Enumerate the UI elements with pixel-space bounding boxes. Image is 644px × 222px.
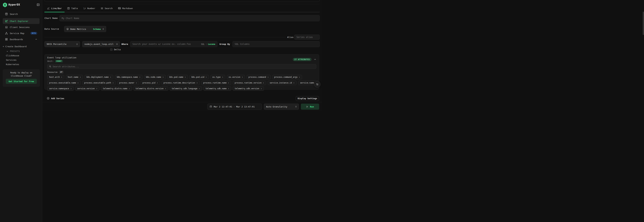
unit-label: Unit:	[47, 60, 54, 62]
chevron-right-icon	[299, 76, 300, 78]
tab-line-bar[interactable]: Line/Bar	[44, 5, 64, 12]
alias-input[interactable]	[296, 36, 318, 38]
metric-chip[interactable]: nodejs.event_loop.util	[82, 41, 120, 47]
chevron-right-icon	[242, 76, 243, 78]
run-button[interactable]: Run	[301, 104, 319, 110]
schema-link[interactable]: Schema	[93, 28, 101, 30]
data-source-value: Demo Metrics	[70, 28, 86, 30]
attribute-chip-label: service.namespace	[49, 87, 69, 90]
attribute-chip[interactable]: process.runtime.description	[162, 81, 200, 85]
attribute-chip-label: k8s.pod.name	[169, 76, 183, 78]
attribute-chip[interactable]: process.runtime.version	[233, 81, 266, 85]
attribute-chip[interactable]: host.arch	[47, 75, 64, 79]
sidebar-item-chart-explorer[interactable]: Chart Explorer	[3, 18, 40, 24]
chart-name-input[interactable]	[62, 17, 318, 19]
attribute-chip[interactable]: k8s.namespace.name	[115, 75, 142, 79]
play-icon	[306, 106, 308, 108]
attribute-chip[interactable]: process.executable.name	[47, 81, 80, 85]
tab-search[interactable]: Search	[98, 5, 116, 12]
attribute-chip-label: process.runtime.version	[235, 82, 262, 84]
attribute-chip[interactable]: process.runtime.name	[202, 81, 231, 85]
plus-circle-icon	[47, 97, 50, 100]
delta-checkbox[interactable]	[110, 48, 112, 51]
aggregation-select[interactable]: 90th Percentile	[44, 41, 80, 47]
attribute-chip[interactable]: k8s.pod.uid	[190, 75, 209, 79]
get-started-button[interactable]: Get Started for Free	[6, 79, 37, 84]
chevron-right-icon	[196, 82, 198, 84]
attribute-chip-rows: host.arch host.name k8s.deployment.name …	[47, 75, 316, 91]
beta-badge: BETA	[30, 32, 37, 34]
logo-row: HyperDX	[0, 2, 42, 8]
attribute-chip[interactable]: telemetry.distro.name	[101, 86, 132, 91]
granularity-value: Auto Granularity	[266, 105, 287, 108]
preset-clickhouse[interactable]: ClickHouse	[6, 54, 19, 57]
sql-mode-toggle[interactable]: SQL	[201, 43, 205, 45]
alias-label: Alias	[287, 36, 294, 38]
attribute-chip-row: service.namespace service.version teleme…	[47, 86, 316, 91]
attribute-chip[interactable]: process.command	[247, 75, 271, 79]
sidebar-item-client-sessions[interactable]: Client Sessions	[3, 24, 40, 30]
attribute-chip-label: k8s.pod.uid	[192, 76, 204, 78]
chart-name-input-wrap	[60, 15, 320, 21]
sidebar-item-label: Client Sessions	[10, 26, 30, 28]
sidebar-item-search[interactable]: Search	[3, 11, 40, 17]
sidebar-item-label: Search	[10, 13, 18, 15]
tab-label: Number	[87, 7, 95, 10]
attribute-chip[interactable]: telemetry.sdk.version	[233, 86, 264, 91]
attribute-chip[interactable]: process.pid	[141, 81, 160, 85]
attribute-chip-label: k8s.deployment.name	[86, 76, 109, 78]
presets-toggle[interactable]: PRESETS	[6, 50, 20, 52]
attribute-chip-label: process.runtime.description	[164, 82, 195, 84]
granularity-select[interactable]: Auto Granularity	[264, 104, 299, 110]
attribute-chip[interactable]: k8s.node.name	[144, 75, 166, 79]
tab-table[interactable]: Table	[64, 5, 80, 12]
data-source-select[interactable]: Demo Metrics Schema	[64, 26, 106, 32]
where-search-input[interactable]	[132, 43, 201, 45]
preset-services[interactable]: Services	[6, 58, 16, 62]
filter-sliders-icon	[316, 83, 318, 86]
attribute-chip[interactable]: service.namespace	[47, 86, 74, 91]
attribute-chip[interactable]: process.executable.path	[82, 81, 116, 85]
collapse-panel-chevron-up-icon[interactable]	[314, 58, 316, 61]
attribute-chip[interactable]: process.command_args	[272, 75, 302, 79]
chevron-down-icon	[6, 50, 8, 52]
group-by-input[interactable]	[235, 43, 318, 45]
create-dashboard-button[interactable]: + Create Dashboard	[3, 44, 26, 48]
svg-text:2: 2	[84, 8, 85, 10]
attribute-chip-label: service.instance.id	[270, 82, 292, 84]
attribute-chip-label: host.name	[68, 76, 78, 78]
display-settings-button[interactable]: Display Settings	[296, 96, 319, 101]
attribute-chip[interactable]: k8s.pod.name	[168, 75, 188, 79]
attribute-search-input[interactable]	[53, 65, 314, 68]
chevron-right-icon	[260, 88, 262, 89]
sidebar-item-service-map[interactable]: Service Map BETA	[3, 30, 40, 36]
chevron-right-icon	[61, 76, 62, 78]
search-grid-icon	[5, 13, 8, 15]
attribute-chip[interactable]: os.type	[210, 75, 225, 79]
filter-settings-fab[interactable]	[314, 81, 320, 88]
remove-metric-icon[interactable]	[116, 43, 118, 45]
tab-label: Markdown	[122, 7, 133, 10]
add-series-button[interactable]: Add Series	[47, 96, 64, 101]
time-range-picker[interactable]: Mar 2 12:47:01 - Mar 2 13:47:01	[208, 104, 262, 110]
attribute-chip[interactable]: os.version	[227, 75, 245, 79]
attribute-chip[interactable]: telemetry.sdk.language	[170, 86, 202, 91]
chevron-right-icon	[156, 82, 158, 84]
attribute-chip-label: process.owner	[119, 82, 134, 84]
preset-kubernetes[interactable]: Kubernetes	[6, 62, 19, 66]
lucene-mode-toggle[interactable]: Lucene	[208, 43, 215, 45]
attribute-chip[interactable]: host.name	[66, 75, 83, 79]
tab-number[interactable]: 123 Number	[80, 5, 98, 12]
chart-explorer-main: Line/Bar Table 123 Number Search Markdow…	[42, 0, 322, 111]
alias-input-wrap	[294, 34, 320, 40]
sidebar-collapse-button[interactable]	[37, 3, 40, 6]
attribute-chip[interactable]: telemetry.distro.version	[134, 86, 168, 91]
attribute-chip[interactable]: process.owner	[118, 81, 139, 85]
sidebar-item-dashboards[interactable]: Dashboards	[3, 36, 40, 42]
tab-markdown[interactable]: Markdown	[116, 5, 136, 12]
attribute-chip[interactable]: service.version	[75, 86, 99, 91]
attribute-chip[interactable]: telemetry.sdk.name	[204, 86, 231, 91]
aggregation-value: 90th Percentile	[47, 43, 66, 45]
attribute-chip[interactable]: service.instance.id	[268, 81, 296, 85]
attribute-chip[interactable]: k8s.deployment.name	[85, 75, 113, 79]
